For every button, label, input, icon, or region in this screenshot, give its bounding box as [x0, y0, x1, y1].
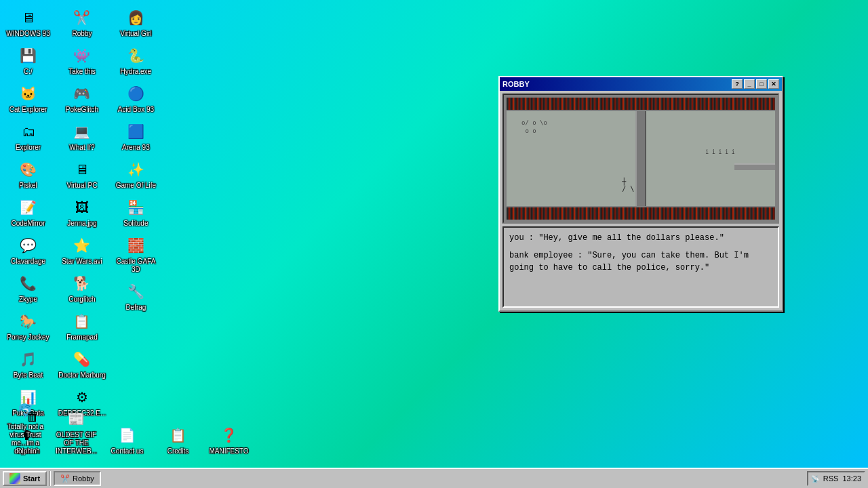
rss-label: RSS: [823, 474, 839, 483]
right-figures: i i i i i: [705, 149, 734, 155]
dialog-text-area: you : "Hey, give me all the dollars plea…: [502, 226, 779, 308]
icon-column-bottom5: ❓ MANIFESTO: [203, 423, 254, 461]
icon-virtual-girl[interactable]: 👩 Virtual Girl: [111, 5, 161, 39]
icon-framapad[interactable]: 📋 Framapad: [56, 309, 107, 343]
player-dialog: you : "Hey, give me all the dollars plea…: [509, 232, 772, 244]
icon-credits[interactable]: 📋 Credits: [153, 423, 203, 457]
taskbar-divider: [50, 471, 51, 486]
icon-hydra-exe[interactable]: 🐍 Hydra.exe: [111, 43, 161, 77]
icon-star-warsavi[interactable]: ⭐ Star Wars.avi: [56, 233, 107, 267]
game-area: o/ o \o o o ┼/ \ i i i i i: [502, 94, 779, 224]
icon-doctor-marburg[interactable]: 💊 Doctor Marburg: [56, 347, 107, 381]
top-platform-bar: [507, 98, 775, 110]
icon-piskel[interactable]: 🎨 Piskel: [3, 157, 54, 191]
icon-what-if[interactable]: 💻 What If?: [56, 119, 107, 153]
start-button[interactable]: Start: [3, 471, 47, 486]
icon-manifesto[interactable]: ❓ MANIFESTO: [203, 423, 254, 457]
icon-windows93[interactable]: 🖥 WINDOWS 93: [3, 5, 54, 39]
icon-acid-box-93[interactable]: 🔵 Acid Box 93: [111, 81, 161, 115]
employee-dialog: bank employee : "Sure, you can take them…: [509, 249, 772, 274]
icon-castle-gafa-3d[interactable]: 🧱 Castle GAFA 3D: [111, 233, 161, 275]
icon-zkype[interactable]: 📞 Zkype: [3, 271, 54, 305]
icon-poney-jockey[interactable]: 🐎 Poney Jockey: [3, 309, 54, 343]
icon-explorer[interactable]: 🗂 Explorer: [3, 119, 54, 153]
icon-corglitch[interactable]: 🐕 Corglitch: [56, 271, 107, 305]
icon-trash-area: 🗑: [7, 404, 58, 434]
icon-contact-us[interactable]: 📄 Contact us: [102, 423, 153, 457]
icon-arena-93[interactable]: 🟦 Arena 93: [111, 119, 161, 153]
icon-take-this[interactable]: 👾 Take this: [56, 43, 107, 77]
rss-icon: 📡: [811, 475, 819, 483]
icon-column-3: 👩 Virtual Girl 🐍 Hydra.exe 🔵 Acid Box 93…: [111, 5, 161, 317]
platform-right: [734, 163, 775, 170]
taskbar: Start ✂️ Robby 📡 RSS 13:23: [0, 468, 868, 488]
icon-cat-explorer[interactable]: 🐱 Cat Explorer: [3, 81, 54, 115]
icon-column-bottom3: 📄 Contact us: [102, 423, 153, 461]
icon-cy[interactable]: 💾 C:/: [3, 43, 54, 77]
icon-column-bottom2: 📰 OLDEST GIF OF THE INTERWEB...: [51, 407, 102, 461]
window-content: o/ o \o o o ┼/ \ i i i i i you : "Hey, g…: [500, 94, 782, 308]
clock: 13:23: [842, 474, 861, 483]
maximize-button[interactable]: □: [756, 79, 767, 89]
taskbar-clock-area: 📡 RSS 13:23: [807, 471, 865, 486]
icon-virtual-pc[interactable]: 🖥 Virtual PC: [56, 157, 107, 191]
icon-codemirror[interactable]: 📝 CodeMirror: [3, 195, 54, 229]
window-title: ROBBY: [502, 80, 530, 88]
icon-defrag[interactable]: 🔧 Defrag: [111, 279, 161, 313]
icon-oldest-gif[interactable]: 📰 OLDEST GIF OF THE INTERWEB...: [51, 407, 102, 457]
icon-byte-beat[interactable]: 🎵 Byte Beat: [3, 347, 54, 381]
icon-solitude[interactable]: 🏪 Solitude: [111, 195, 161, 229]
windows-logo-icon: [9, 473, 20, 484]
icon-clavardage[interactable]: 💬 Clavardage: [3, 233, 54, 267]
icon-jenna-jpg[interactable]: 🖼 Jenna.jpg: [56, 195, 107, 229]
icon-column-bottom4: 📋 Credits: [153, 423, 203, 461]
icon-robby[interactable]: ✂️ Robby: [56, 5, 107, 39]
icon-trash[interactable]: 🗑: [7, 404, 58, 430]
figure-decoration: o/ o \o o o: [521, 119, 547, 135]
minimize-button[interactable]: _: [744, 79, 755, 89]
player-character: ┼/ \: [622, 178, 634, 192]
taskbar-app-icon: ✂️: [60, 474, 70, 483]
icon-column-2: ✂️ Robby 👾 Take this 🎮 PokeGlitch 💻 What…: [56, 5, 107, 423]
middle-column: [635, 111, 646, 206]
bottom-platform-bar: [507, 207, 775, 220]
help-button[interactable]: ?: [732, 79, 743, 89]
icon-pokeglitch[interactable]: 🎮 PokeGlitch: [56, 81, 107, 115]
taskbar-robby-app[interactable]: ✂️ Robby: [54, 471, 101, 486]
robby-window: ROBBY ? _ □ ✕ o/ o \o o o ┼/ \ i i: [498, 76, 783, 312]
close-button[interactable]: ✕: [768, 79, 779, 89]
window-controls: ? _ □ ✕: [732, 79, 779, 89]
game-canvas: o/ o \o o o ┼/ \ i i i i i: [507, 111, 775, 206]
icon-game-of-life[interactable]: ✨ Game Of Life: [111, 157, 161, 191]
window-titlebar[interactable]: ROBBY ? _ □ ✕: [500, 77, 782, 91]
